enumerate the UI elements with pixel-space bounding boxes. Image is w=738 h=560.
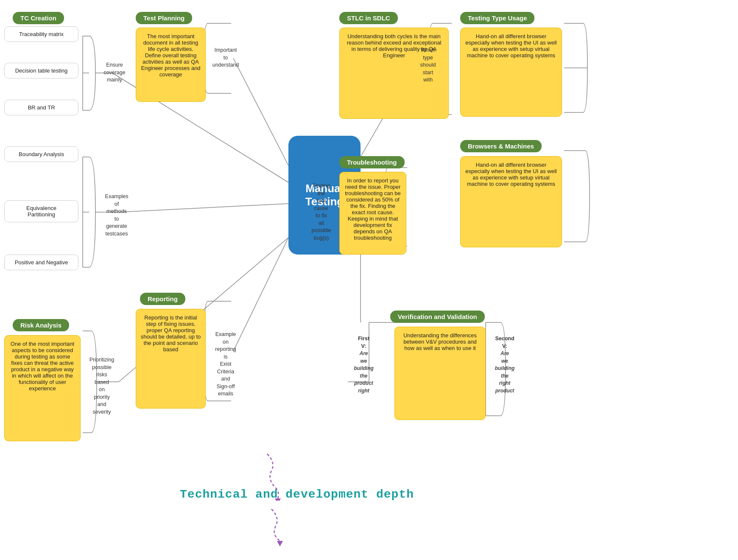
vv-second-v-italic: Are we building the right product	[495, 350, 515, 394]
test-planning-bracket-label: Important to understand	[209, 47, 243, 69]
test-planning-header: Test Planning	[136, 12, 192, 24]
method-item-3: Positive and Negative	[4, 255, 78, 270]
vv-box: Understanding the differences between V&…	[394, 327, 486, 420]
testing-type-header: Testing Type Usage	[460, 12, 534, 24]
vv-second-v-label: Second V: Are we building the right prod…	[490, 335, 520, 395]
svg-line-12	[233, 58, 288, 165]
troubleshooting-box: In order to report you need the issue. P…	[339, 172, 406, 255]
vv-first-v-label: First V: Are we building the product rig…	[350, 335, 377, 395]
svg-marker-53	[277, 541, 283, 546]
browsers-header: Browsers & Machines	[460, 140, 542, 152]
tc-bracket-label: Ensure coverage mainly	[98, 62, 131, 84]
stlc-bracket-label: Which type should start with	[413, 47, 443, 84]
risk-bracket-label: Prioritizing possible risks based on pri…	[85, 356, 119, 416]
reporting-bracket-label: Example on reporting is Exist Criteria a…	[209, 331, 243, 398]
troubleshooting-bracket-label: Finding the root cause to fix all possib…	[305, 182, 337, 242]
troubleshooting-header: Troubleshooting	[339, 156, 405, 168]
tc-item-2: Decision table testing	[4, 63, 78, 78]
tc-creation-header: TC Creation	[13, 12, 64, 24]
reporting-header: Reporting	[140, 293, 185, 305]
stlc-header: STLC in SDLC	[339, 12, 398, 24]
vv-header: Verification and Validation	[390, 311, 485, 323]
method-item-1: Boundary Analysis	[4, 146, 78, 162]
tc-item-1: Traceability matrix	[4, 26, 78, 42]
method-item-2: Equivalence Partitioning	[4, 200, 78, 222]
svg-line-25	[119, 204, 288, 212]
test-planning-box: The most important document in all testi…	[136, 28, 206, 102]
bottom-label: Technical and development depth	[170, 488, 424, 501]
vv-first-v-italic: Are we building the product right	[354, 350, 374, 394]
methods-bracket-label: Examples of methods to generate testcase…	[98, 193, 136, 238]
testing-type-box: Hand-on all different browser especially…	[460, 28, 562, 117]
reporting-box: Reporting is the initial step of fixing …	[136, 309, 206, 409]
risk-header: Risk Analysis	[13, 319, 69, 331]
browsers-box: Hand-on all different browser especially…	[460, 156, 562, 247]
risk-box: One of the most important aspects to be …	[4, 335, 81, 441]
tc-item-3: BR and TR	[4, 100, 78, 115]
